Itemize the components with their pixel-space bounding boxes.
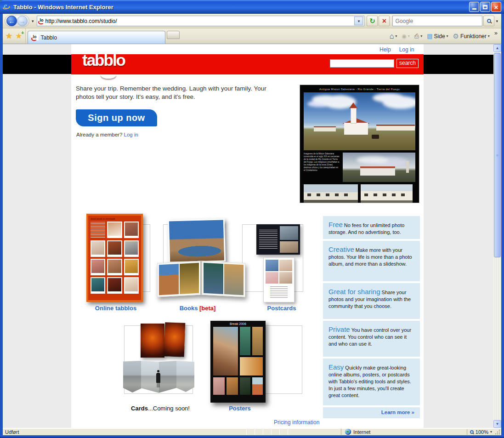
open-book[interactable] bbox=[157, 262, 245, 299]
back-button[interactable]: ← bbox=[6, 16, 17, 26]
cards-label[interactable]: Cards...Coming soon! bbox=[121, 405, 199, 412]
benefit-heading: Creative bbox=[328, 245, 354, 253]
tab-tabblo[interactable]: lo Tabblo bbox=[28, 31, 165, 44]
internet-globe-icon bbox=[345, 429, 351, 435]
tabblo-logo-smile bbox=[101, 71, 116, 79]
beach-accordion-card[interactable] bbox=[123, 361, 194, 394]
home-button[interactable]: ⌂▾ bbox=[388, 31, 399, 41]
page-menu-label: Side bbox=[434, 33, 445, 40]
maximize-button[interactable] bbox=[480, 2, 490, 12]
resize-grip[interactable] bbox=[495, 429, 500, 435]
add-favorite-icon[interactable]: ★ bbox=[15, 31, 22, 41]
search-icon bbox=[487, 19, 491, 23]
concert-card-left[interactable] bbox=[141, 324, 164, 358]
learn-more-link[interactable]: Learn more » bbox=[381, 410, 414, 415]
benefit-heading: Great for sharing bbox=[328, 288, 380, 296]
benefit-heading: Easy bbox=[328, 363, 344, 371]
child-silhouette bbox=[156, 373, 160, 383]
wedding-postcard[interactable] bbox=[256, 224, 300, 255]
print-dropdown-icon[interactable]: ▾ bbox=[420, 34, 422, 38]
tools-menu-label: Funktioner bbox=[460, 33, 487, 40]
books-label[interactable]: Books [beta] bbox=[161, 305, 234, 312]
window-bottom-border bbox=[0, 435, 504, 438]
search-box[interactable] bbox=[392, 16, 482, 26]
hero-headline: Share your trip. Remember the wedding. L… bbox=[76, 85, 273, 101]
ie-logo-icon: e bbox=[3, 3, 11, 11]
site-search-input[interactable] bbox=[330, 59, 394, 68]
web-search-input[interactable] bbox=[395, 18, 480, 24]
home-dropdown-icon[interactable]: ▾ bbox=[395, 34, 397, 38]
page-menu-button[interactable]: ▤Side▾ bbox=[425, 31, 450, 41]
status-bar: Udført Internet 100% ▾ bbox=[3, 428, 501, 435]
tab-toolbar: ★ ★ lo Tabblo ⌂▾ ◉▾ ⎙▾ ▤Side▾ ⚙Funktione… bbox=[3, 28, 501, 44]
tabblo-photo-grid bbox=[91, 222, 139, 294]
benefit-creative: CreativeMake more with your photos. Your… bbox=[323, 241, 420, 281]
feeds-button[interactable]: ◉▾ bbox=[400, 32, 412, 41]
page-icon: ▤ bbox=[427, 33, 432, 40]
posters-label[interactable]: Posters bbox=[203, 405, 277, 412]
history-dropdown-icon[interactable]: ▾ bbox=[30, 19, 35, 23]
printer-icon: ⎙ bbox=[414, 33, 419, 40]
new-tab-button[interactable] bbox=[167, 31, 180, 39]
home-icon: ⌂ bbox=[390, 33, 394, 40]
benefit-free: FreeNo fees for unlimited photo storage.… bbox=[323, 216, 420, 239]
collage-building-photo-2 bbox=[361, 184, 413, 203]
zone-label: Internet bbox=[353, 429, 370, 435]
login-link-hero[interactable]: Log in bbox=[124, 132, 138, 137]
feeds-dropdown-icon: ▾ bbox=[408, 34, 410, 38]
login-link-top[interactable]: Log in bbox=[399, 46, 414, 53]
address-input[interactable] bbox=[45, 18, 355, 24]
refresh-button[interactable]: ↻ bbox=[367, 16, 378, 26]
pricing-link[interactable]: Pricing information bbox=[274, 419, 319, 426]
vertical-scrollbar[interactable]: ▲ ≡ ▼ bbox=[493, 44, 501, 428]
tabblo-poster-title: dead week in montauk bbox=[91, 217, 139, 220]
tools-menu-dropdown-icon[interactable]: ▾ bbox=[488, 34, 490, 38]
header-red-band: tabblo search bbox=[71, 54, 424, 74]
scrollbar-thumb[interactable]: ≡ bbox=[494, 53, 501, 257]
book-cover[interactable] bbox=[168, 218, 226, 263]
status-dividers bbox=[246, 429, 288, 435]
nav-button-group: ← → bbox=[5, 15, 29, 27]
stop-button[interactable]: × bbox=[379, 16, 390, 26]
minimize-button[interactable] bbox=[469, 2, 479, 12]
online-tabblos-tile[interactable]: dead week in montauk bbox=[86, 214, 143, 302]
zoom-dropdown-icon[interactable]: ▾ bbox=[490, 430, 492, 434]
cards-coming-soon-text: ...Coming soon! bbox=[148, 405, 190, 412]
concert-card-right[interactable] bbox=[164, 322, 186, 357]
forward-button[interactable]: → bbox=[17, 16, 28, 26]
books-beta-tag: [beta] bbox=[198, 305, 215, 312]
collage-church-photo bbox=[304, 92, 415, 150]
print-button[interactable]: ⎙▾ bbox=[413, 31, 424, 41]
address-toolbar: ← → ▾ lo ▾ ↻ × ▾ bbox=[3, 14, 501, 28]
postcards-label[interactable]: Postcards bbox=[245, 305, 318, 312]
placeholder-text-lines bbox=[270, 286, 288, 298]
sample-tabblo-collage[interactable]: Antigua Mision Salesiana - Rio Grande - … bbox=[300, 85, 419, 203]
posters-tile[interactable]: Break 2006 bbox=[210, 321, 266, 403]
online-tabblos-label[interactable]: Online tabblos bbox=[79, 305, 153, 312]
favorites-star-icon[interactable]: ★ bbox=[6, 31, 12, 41]
zoom-control[interactable]: 100% ▾ bbox=[467, 429, 495, 435]
poster-title: Break 2006 bbox=[213, 322, 263, 325]
tabblo-favicon: lo bbox=[38, 18, 45, 24]
placeholder-text-lines bbox=[259, 230, 277, 249]
tabblo-logo[interactable]: tabblo bbox=[82, 51, 125, 69]
tools-menu-button[interactable]: ⚙Funktioner▾ bbox=[451, 31, 492, 41]
address-bar[interactable]: lo ▾ bbox=[37, 16, 365, 26]
baby-postcard[interactable] bbox=[263, 257, 294, 302]
close-button[interactable]: × bbox=[491, 2, 501, 12]
page-menu-dropdown-icon[interactable]: ▾ bbox=[447, 34, 448, 38]
site-search-button[interactable]: search bbox=[396, 59, 419, 68]
scroll-up-button[interactable]: ▲ bbox=[493, 44, 501, 52]
scroll-down-button[interactable]: ▼ bbox=[493, 420, 501, 428]
poster-photo-grid bbox=[213, 327, 263, 395]
address-dropdown-icon[interactable]: ▾ bbox=[354, 17, 363, 25]
search-go-button[interactable] bbox=[483, 16, 494, 26]
search-options-icon[interactable]: ▾ bbox=[494, 19, 499, 23]
benefit-heading: Private bbox=[328, 325, 350, 333]
header-black-band-right bbox=[424, 55, 493, 74]
signup-button[interactable]: Sign up now bbox=[76, 109, 157, 126]
help-link[interactable]: Help bbox=[379, 46, 391, 53]
collage-title: Antigua Mision Salesiana - Rio Grande - … bbox=[304, 88, 415, 91]
security-zone: Internet bbox=[341, 429, 370, 435]
toolbar-overflow-icon[interactable]: » bbox=[493, 29, 499, 36]
